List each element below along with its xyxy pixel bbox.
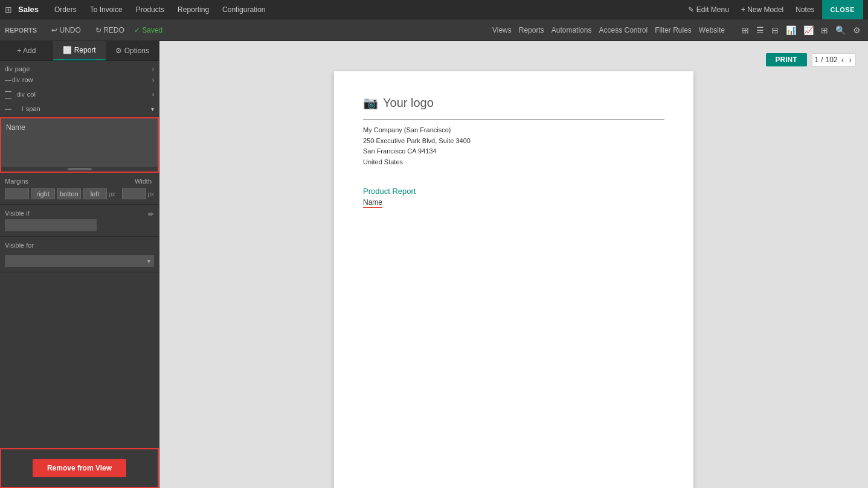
visible-for-row: Visible for — [5, 242, 154, 251]
tree-item-span[interactable]: — I span ▾ — [0, 103, 159, 114]
visible-for-select[interactable] — [5, 255, 154, 267]
tag-div-row: div — [12, 77, 20, 83]
resize-handle[interactable] — [1, 167, 158, 172]
address-line2: San Francisco CA 94134 — [363, 146, 664, 157]
visible-for-section: Visible for — [0, 237, 159, 272]
remove-section: Remove from View — [0, 448, 159, 488]
automations-button[interactable]: Automations — [551, 26, 592, 34]
new-model-button[interactable]: + New Model — [736, 4, 788, 15]
width-input[interactable] — [122, 188, 146, 199]
website-button[interactable]: Website — [699, 26, 725, 34]
margin-left-input[interactable] — [83, 188, 107, 199]
chart-bar-icon[interactable]: 📊 — [783, 24, 799, 36]
selected-element-display: Name — [1, 118, 158, 167]
close-button[interactable]: CLOSE — [822, 0, 863, 19]
address-block: My Company (San Francisco) 250 Executive… — [363, 125, 664, 167]
selected-panel: Name — [0, 117, 159, 173]
nav-products[interactable]: Products — [131, 5, 169, 14]
remove-from-view-button[interactable]: Remove from View — [33, 459, 126, 477]
margin-right-input[interactable] — [31, 188, 55, 199]
chevron-span: ▾ — [151, 106, 154, 112]
print-button[interactable]: PRINT — [766, 53, 807, 66]
filter-rules-button[interactable]: Filter Rules — [655, 26, 692, 34]
margins-inputs-row: px px — [5, 188, 154, 199]
tag-div-col: div — [17, 91, 25, 98]
visible-for-select-wrapper — [5, 255, 154, 267]
page-next-button[interactable]: › — [847, 55, 853, 65]
page-total: 102 — [826, 56, 838, 64]
logo-camera-icon: 📷 — [363, 95, 378, 110]
search-icon[interactable]: 🔍 — [833, 24, 848, 36]
width-label: Width — [135, 178, 152, 185]
tab-report[interactable]: ⬜ Report — [53, 41, 106, 60]
app-grid-icon: ⊞ — [5, 5, 12, 14]
view-list-icon[interactable]: ⊞ — [739, 24, 751, 36]
notes-button[interactable]: Notes — [791, 4, 819, 15]
chevron-row: › — [152, 77, 154, 83]
margin-bottom-input[interactable] — [57, 188, 81, 199]
address-line1: 250 Executive Park Blvd, Suite 3400 — [363, 136, 664, 147]
section-label: REPORTS — [5, 27, 37, 34]
tag-div-page: div — [5, 66, 13, 72]
left-tabs: + Add ⬜ Report ⚙ Options — [0, 41, 159, 61]
company-name: My Company (San Francisco) — [363, 125, 664, 136]
tree-item-col[interactable]: — — div col › — [0, 85, 159, 103]
view-rows-icon[interactable]: ☰ — [754, 24, 767, 36]
tree-item-row[interactable]: — div row › — [0, 74, 159, 85]
width-unit: px — [148, 191, 155, 197]
tree-item-page[interactable]: div page › — [0, 63, 159, 74]
logo-text: Your logo — [383, 96, 434, 110]
report-title: Product Report Name — [363, 187, 664, 208]
redo-button[interactable]: ↻ REDO — [91, 25, 129, 36]
page-nav: 1 / 102 ‹ › — [812, 53, 856, 66]
visible-if-input[interactable] — [5, 219, 97, 231]
page-current: 1 — [815, 56, 819, 64]
visible-if-row: Visible if ✏ — [5, 210, 154, 219]
tree-item-col-label: col — [27, 91, 36, 98]
chevron-page: › — [152, 66, 154, 72]
toolbar: REPORTS ↩ UNDO ↻ REDO ✓ Saved Views Repo… — [0, 19, 868, 41]
chart-line-icon[interactable]: 📈 — [801, 24, 816, 36]
element-name-label: Name — [6, 123, 25, 132]
access-control-button[interactable]: Access Control — [599, 26, 648, 34]
report-title-text: Product Report — [363, 187, 664, 196]
tag-i-span: I — [22, 106, 24, 112]
view-columns-icon[interactable]: ⊟ — [769, 24, 781, 36]
views-button[interactable]: Views — [492, 26, 512, 34]
nav-configuration[interactable]: Configuration — [217, 5, 270, 14]
app-name: Sales — [18, 5, 39, 14]
reports-button[interactable]: Reports — [519, 26, 544, 34]
margins-width-row: Margins Width — [5, 178, 154, 185]
visible-for-label: Visible for — [5, 242, 34, 249]
edit-menu-button[interactable]: ✎ Edit Menu — [683, 4, 733, 15]
icon-group: ⊞ ☰ ⊟ 📊 📈 ⊞ 🔍 ⚙ — [739, 24, 863, 36]
indent-col: — — — [5, 87, 17, 101]
settings-icon[interactable]: ⚙ — [850, 24, 863, 36]
saved-status: ✓ Saved — [134, 26, 162, 34]
resize-handle-bar — [68, 168, 92, 170]
visible-if-edit-button[interactable]: ✏ — [148, 210, 154, 219]
nav-to-invoice[interactable]: To Invoice — [85, 5, 127, 14]
nav-orders[interactable]: Orders — [50, 5, 82, 14]
tab-add[interactable]: + Add — [0, 41, 53, 60]
grid-icon[interactable]: ⊞ — [818, 24, 831, 36]
top-navbar: ⊞ Sales Orders To Invoice Products Repor… — [0, 0, 868, 19]
tree-item-page-label: page — [15, 65, 30, 72]
view-actions: Views Reports Automations Access Control… — [492, 26, 725, 34]
address-line3: United States — [363, 157, 664, 168]
print-toolbar: PRINT 1 / 102 ‹ › — [766, 53, 856, 66]
tree-item-row-label: row — [22, 76, 33, 83]
tree-item-span-label: span — [26, 105, 40, 112]
properties-panel: Margins Width px px — [0, 173, 159, 205]
tab-options[interactable]: ⚙ Options — [106, 41, 159, 60]
nav-reporting[interactable]: Reporting — [173, 5, 214, 14]
report-name-field: Name — [363, 198, 382, 208]
main-layout: + Add ⬜ Report ⚙ Options div page › — di… — [0, 41, 868, 488]
page-separator: / — [821, 56, 823, 64]
margin-top-input[interactable] — [5, 188, 29, 199]
undo-button[interactable]: ↩ UNDO — [47, 25, 86, 36]
indent-span: — — [5, 105, 22, 112]
tree-container: div page › — div row › — — div col › — I… — [0, 61, 159, 117]
page-prev-button[interactable]: ‹ — [840, 55, 846, 65]
header-divider — [363, 120, 664, 120]
